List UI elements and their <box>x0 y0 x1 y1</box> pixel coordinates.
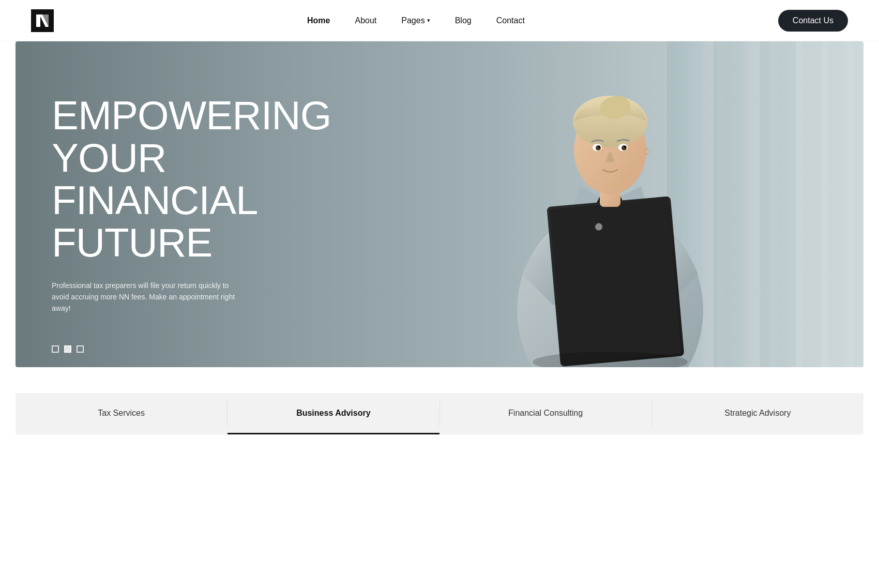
spacer <box>0 367 879 393</box>
tab-tax-services[interactable]: Tax Services <box>16 393 227 434</box>
svg-rect-2 <box>714 41 750 367</box>
hero-section: EMPOWERING YOUR FINANCIAL FUTURE Profess… <box>0 41 879 367</box>
svg-rect-3 <box>760 41 796 367</box>
hero-person-figure <box>450 41 812 367</box>
slide-indicator-1[interactable] <box>52 345 59 353</box>
nav-blog[interactable]: Blog <box>455 16 472 25</box>
svg-rect-6 <box>550 199 681 364</box>
tab-strategic-advisory[interactable]: Strategic Advisory <box>652 393 863 434</box>
nav-home[interactable]: Home <box>307 16 330 25</box>
nav-contact[interactable]: Contact <box>496 16 525 25</box>
logo[interactable] <box>31 9 54 32</box>
contact-us-button[interactable]: Contact Us <box>778 10 848 32</box>
chevron-down-icon: ▾ <box>427 17 430 24</box>
slide-indicators <box>52 345 84 353</box>
hero-content: EMPOWERING YOUR FINANCIAL FUTURE Profess… <box>52 95 341 314</box>
svg-point-14 <box>596 145 601 150</box>
svg-point-17 <box>624 146 626 148</box>
main-nav: Home About Pages ▾ Blog Contact <box>307 16 525 25</box>
slide-indicator-3[interactable] <box>77 345 84 353</box>
svg-point-15 <box>622 145 627 150</box>
svg-point-19 <box>645 150 648 153</box>
services-tabs: Tax Services Business Advisory Financial… <box>16 393 863 434</box>
hero-subtitle: Professional tax preparers will file you… <box>52 279 238 314</box>
site-header: Home About Pages ▾ Blog Contact Contact … <box>0 0 879 41</box>
nav-about[interactable]: About <box>355 16 376 25</box>
tab-financial-consulting[interactable]: Financial Consulting <box>440 393 651 434</box>
nav-pages[interactable]: Pages ▾ <box>401 16 430 25</box>
hero-title: EMPOWERING YOUR FINANCIAL FUTURE <box>52 95 341 264</box>
tab-business-advisory[interactable]: Business Advisory <box>228 393 439 434</box>
slide-indicator-2[interactable] <box>64 345 71 353</box>
hero-banner: EMPOWERING YOUR FINANCIAL FUTURE Profess… <box>16 41 863 367</box>
svg-point-16 <box>598 146 600 148</box>
